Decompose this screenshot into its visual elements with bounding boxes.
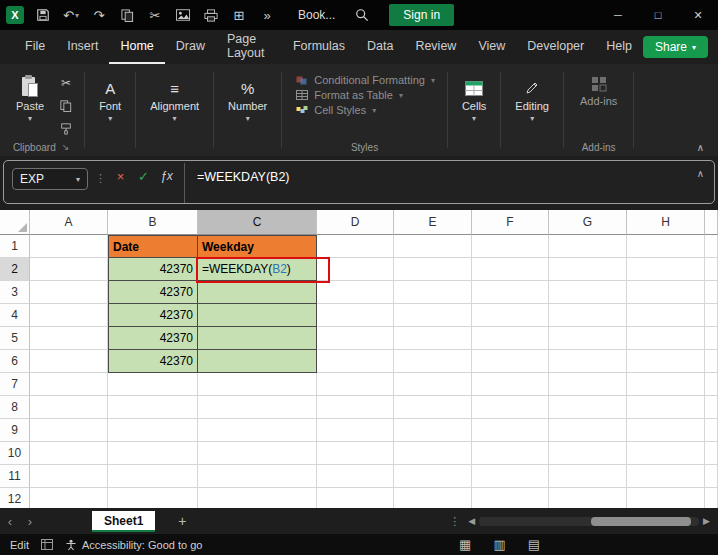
- table-button[interactable]: ⊞: [226, 3, 252, 27]
- dialog-launcher-icon[interactable]: ↘: [62, 142, 70, 152]
- sheet-tab-sheet1[interactable]: Sheet1: [92, 511, 155, 532]
- cell-F12[interactable]: [472, 488, 549, 508]
- cell-A11[interactable]: [30, 465, 108, 488]
- cell-E10[interactable]: [394, 442, 472, 465]
- undo-button[interactable]: ↶▾: [58, 3, 84, 27]
- cell-F7[interactable]: [472, 373, 549, 396]
- cell-G11[interactable]: [549, 465, 627, 488]
- cell-E2[interactable]: [394, 258, 472, 281]
- name-box[interactable]: EXP ▾: [12, 168, 88, 190]
- cell-G2[interactable]: [549, 258, 627, 281]
- column-header-B[interactable]: B: [108, 210, 198, 235]
- menu-tab-help[interactable]: Help: [595, 30, 643, 64]
- close-button[interactable]: ✕: [678, 0, 718, 30]
- cell-H2[interactable]: [627, 258, 705, 281]
- redo-button[interactable]: ↷: [86, 3, 112, 27]
- column-header-E[interactable]: E: [394, 210, 472, 235]
- cell-B9[interactable]: [108, 419, 198, 442]
- menu-tab-home[interactable]: Home: [109, 30, 164, 64]
- cell-B4[interactable]: 42370: [108, 304, 198, 327]
- maximize-button[interactable]: □: [638, 0, 678, 30]
- sheetbar-options-icon[interactable]: ⋮: [441, 515, 468, 528]
- cell-D1[interactable]: [317, 235, 394, 258]
- cell-G12[interactable]: [549, 488, 627, 508]
- menu-tab-insert[interactable]: Insert: [56, 30, 109, 64]
- cell-H1[interactable]: [627, 235, 705, 258]
- cell-E5[interactable]: [394, 327, 472, 350]
- cell-A7[interactable]: [30, 373, 108, 396]
- cell-B2[interactable]: 42370: [108, 258, 198, 281]
- cell-G9[interactable]: [549, 419, 627, 442]
- cell-D9[interactable]: [317, 419, 394, 442]
- cell-C10[interactable]: [198, 442, 317, 465]
- copy-button[interactable]: [56, 97, 76, 115]
- cell-C12[interactable]: [198, 488, 317, 508]
- cell-H4[interactable]: [627, 304, 705, 327]
- column-header-C[interactable]: C: [198, 210, 317, 235]
- column-header-A[interactable]: A: [30, 210, 108, 235]
- cell-F5[interactable]: [472, 327, 549, 350]
- share-button[interactable]: Share ▾: [643, 36, 708, 58]
- cell-A3[interactable]: [30, 281, 108, 304]
- scroll-right-button[interactable]: ▶: [703, 516, 710, 526]
- cell-G10[interactable]: [549, 442, 627, 465]
- cell-B8[interactable]: [108, 396, 198, 419]
- menu-tab-data[interactable]: Data: [356, 30, 404, 64]
- horizontal-scrollbar[interactable]: ◀ ▶: [468, 516, 718, 526]
- cell-F11[interactable]: [472, 465, 549, 488]
- cell-C1[interactable]: Weekday: [198, 235, 317, 258]
- row-header-12[interactable]: 12: [0, 488, 30, 508]
- row-header-1[interactable]: 1: [0, 235, 30, 258]
- menu-tab-view[interactable]: View: [467, 30, 516, 64]
- cell-B5[interactable]: 42370: [108, 327, 198, 350]
- next-sheet-button[interactable]: ›: [20, 514, 40, 529]
- cell-A9[interactable]: [30, 419, 108, 442]
- cell-A4[interactable]: [30, 304, 108, 327]
- menu-tab-draw[interactable]: Draw: [165, 30, 216, 64]
- cell-E8[interactable]: [394, 396, 472, 419]
- cell-D2[interactable]: [317, 258, 394, 281]
- cell-A10[interactable]: [30, 442, 108, 465]
- prev-sheet-button[interactable]: ‹: [0, 514, 20, 529]
- number-group-button[interactable]: % Number ▾: [216, 64, 279, 123]
- menu-tab-file[interactable]: File: [14, 30, 56, 64]
- macro-record-icon[interactable]: [41, 539, 53, 550]
- cell-D5[interactable]: [317, 327, 394, 350]
- row-header-10[interactable]: 10: [0, 442, 30, 465]
- row-header-2[interactable]: 2: [0, 258, 30, 281]
- cells-group-button[interactable]: Cells ▾: [450, 64, 498, 123]
- cell-H11[interactable]: [627, 465, 705, 488]
- cell-A6[interactable]: [30, 350, 108, 373]
- cell-D11[interactable]: [317, 465, 394, 488]
- cell-B10[interactable]: [108, 442, 198, 465]
- paste-button[interactable]: Paste ▾: [10, 72, 50, 138]
- cell-B6[interactable]: 42370: [108, 350, 198, 373]
- cell-G3[interactable]: [549, 281, 627, 304]
- cell-H10[interactable]: [627, 442, 705, 465]
- scrollbar-thumb[interactable]: [591, 517, 691, 526]
- cell-A8[interactable]: [30, 396, 108, 419]
- cell-E7[interactable]: [394, 373, 472, 396]
- cell-C9[interactable]: [198, 419, 317, 442]
- cell-E3[interactable]: [394, 281, 472, 304]
- scrollbar-track[interactable]: [479, 517, 699, 526]
- scroll-left-button[interactable]: ◀: [468, 516, 475, 526]
- cell-H8[interactable]: [627, 396, 705, 419]
- cell-A12[interactable]: [30, 488, 108, 508]
- cell-G6[interactable]: [549, 350, 627, 373]
- cell-E9[interactable]: [394, 419, 472, 442]
- cell-H7[interactable]: [627, 373, 705, 396]
- row-header-11[interactable]: 11: [0, 465, 30, 488]
- cell-C2-formula[interactable]: =WEEKDAY(B2): [198, 258, 317, 281]
- cell-D10[interactable]: [317, 442, 394, 465]
- cell-D3[interactable]: [317, 281, 394, 304]
- row-header-7[interactable]: 7: [0, 373, 30, 396]
- cell-F4[interactable]: [472, 304, 549, 327]
- cell-E6[interactable]: [394, 350, 472, 373]
- cell-F3[interactable]: [472, 281, 549, 304]
- cell-F9[interactable]: [472, 419, 549, 442]
- accessibility-status[interactable]: Accessibility: Good to go: [65, 539, 202, 551]
- cell-F10[interactable]: [472, 442, 549, 465]
- view-page-break-icon[interactable]: ▤: [528, 534, 540, 555]
- cut-button[interactable]: ✂: [56, 74, 76, 92]
